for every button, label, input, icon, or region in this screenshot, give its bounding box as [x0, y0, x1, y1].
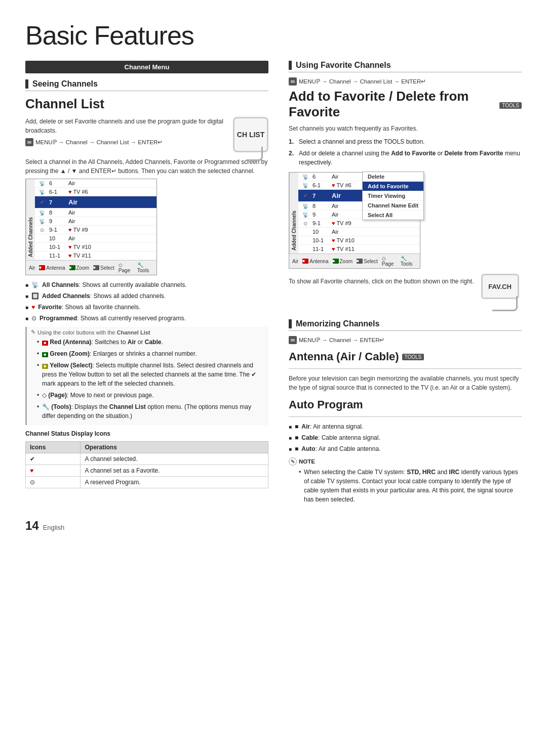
note-box: ✎ NOTE When selecting the Cable TV syste… — [289, 457, 522, 504]
list-item: 2. Add or delete a channel using the Add… — [289, 149, 522, 167]
status-icon-circle: ⊙ — [26, 477, 81, 488]
seeing-channels-header: Seeing Channels — [25, 79, 268, 91]
page-number: 14 — [25, 519, 39, 533]
sidebar-label: Added Channels — [289, 173, 298, 254]
status-icon-check: ✔ — [26, 453, 81, 465]
menu-icon: m — [289, 77, 297, 86]
list-item: ■ Red (Antenna): Switches to Air or Cabl… — [37, 338, 264, 347]
fav-ch-button[interactable]: FAV.CH — [481, 274, 519, 299]
fav-channel-rows: 📡 6 Air 📡 6-1 ♥ TV #6 ✔ 7 — [298, 173, 420, 254]
list-item: 🔧 (Tools): Displays the Channel List opt… — [37, 402, 264, 421]
green-button: ■ — [69, 265, 75, 270]
memorizing-header: Memorizing Channels — [289, 319, 522, 331]
channel-types-list: 📡 All Channels: Shows all currently avai… — [25, 280, 268, 323]
color-buttons-list: ■ Red (Antenna): Switches to Air or Cabl… — [31, 338, 264, 421]
antenna-title: Antenna (Air / Cable) — [289, 350, 399, 363]
table-row: 11-1 ♥ TV #11 — [35, 251, 157, 260]
note-body: When selecting the Cable TV system: STD,… — [289, 468, 522, 504]
add-fav-steps: 1. Select a channel and press the TOOLS … — [289, 137, 522, 167]
table-header-operations: Operations — [81, 442, 268, 453]
select-button: ■ — [93, 265, 99, 270]
add-fav-title: Add to Favorite / Delete from Favorite — [289, 89, 496, 120]
memorizing-section: Memorizing Channels m MENUℙ → Channel → … — [289, 319, 522, 344]
channel-rows: 📡 6 Air 📡 6-1 ♥ TV #6 ✔ 7 Air — [35, 179, 157, 260]
red-button: ■ — [302, 259, 308, 264]
menu-icon: m — [25, 138, 33, 146]
add-fav-intro: Set channels you watch frequently as Fav… — [289, 124, 522, 133]
context-menu: Delete Add to Favorite Timer Viewing Cha… — [362, 172, 424, 220]
list-item: 📡 All Channels: Shows all currently avai… — [25, 280, 268, 289]
table-row: 10-1 ♥ TV #10 — [35, 243, 157, 251]
memorizing-title: Memorizing Channels — [296, 319, 379, 328]
section-bar — [25, 79, 28, 89]
added-channels-icon: 🔲 — [31, 291, 39, 301]
auto-program-rule — [289, 416, 522, 417]
sidebar-label: Added Channels — [26, 179, 35, 260]
row-icon: 📡 — [38, 210, 46, 216]
note-label: ✎ NOTE — [289, 457, 522, 466]
channel-menu-bar: Channel Menu — [25, 61, 268, 73]
screen-footer: Air ■ Antenna ■ Zoom ■ Select ◇ Page 🔧 T… — [26, 260, 157, 275]
list-item: ■ Yellow (Select): Selects multiple chan… — [37, 361, 264, 388]
section-bar — [289, 319, 292, 328]
channel-list-section: Channel List Add, delete or set Favorite… — [25, 96, 268, 275]
note-icon: ✎ — [289, 457, 297, 466]
list-item: ♥ Favorite: Shows all favorite channels. — [25, 303, 268, 312]
table-row: 10 Air — [298, 228, 420, 236]
programmed-icon: ⊙ — [31, 314, 36, 323]
color-buttons-note: ✎ Using the color buttons with the Chann… — [25, 327, 268, 425]
row-icon: 📡 — [38, 189, 46, 195]
table-row: ⊙ A reserved Program. — [26, 477, 268, 488]
channel-screen: Added Channels 📡 6 Air 📡 6-1 ♥ TV #6 — [25, 179, 157, 275]
auto-program-list: ■Air: Air antenna signal. ■Cable: Cable … — [289, 422, 522, 453]
list-item: When selecting the Cable TV system: STD,… — [299, 468, 522, 504]
context-menu-item-name-edit[interactable]: Channel Name Edit — [363, 201, 423, 211]
table-row: ⊙ 9-1 ♥ TV #9 — [35, 226, 157, 234]
yellow-indicator: ■ — [42, 364, 48, 369]
note-bullets: When selecting the Cable TV system: STD,… — [293, 468, 522, 504]
antenna-tools-badge: TOOLS — [402, 354, 424, 360]
auto-program-section: Auto Program ■Air: Air antenna signal. ■… — [289, 398, 522, 504]
fav-screen: Added Channels 📡 6 Air 📡 6-1 ♥ TV #6 — [289, 172, 420, 269]
table-row-highlighted: ✔ 7 Air Delete Add to Favorite Timer Vie… — [298, 190, 420, 202]
pencil-icon: ✎ — [31, 329, 35, 335]
red-indicator: ■ — [42, 341, 48, 346]
antenna-rule — [289, 368, 522, 369]
left-column: Channel Menu Seeing Channels Channel Lis… — [25, 61, 268, 533]
channel-list-title: Channel List — [25, 96, 268, 112]
table-row: 📡 8 Air — [35, 208, 157, 217]
using-fav-title: Using Favorite Channels — [296, 61, 391, 70]
list-item: 1. Select a channel and press the TOOLS … — [289, 137, 522, 146]
memorizing-menu-path: m MENUℙ → Channel → ENTER↵ — [289, 336, 522, 344]
page-title: Basic Features — [25, 20, 522, 51]
table-header-icons: Icons — [26, 442, 81, 453]
channel-status-title: Channel Status Display Icons — [25, 430, 268, 437]
channel-list-menu-path: m MENUℙ → Channel → Channel List → ENTER… — [25, 138, 228, 146]
context-menu-item-delete[interactable]: Delete — [363, 172, 423, 182]
list-item: ⊙ Programmed: Shows all currently reserv… — [25, 314, 268, 323]
channel-list-desc: Add, delete or set Favorite channels and… — [25, 117, 228, 135]
table-row: ✔ A channel selected. — [26, 453, 268, 465]
list-item: ◇ (Page): Move to next or previous page. — [37, 391, 264, 400]
list-item: ■Cable: Cable antenna signal. — [289, 433, 522, 442]
all-channels-icon: 📡 — [31, 280, 39, 289]
antenna-intro: Before your television can begin memoriz… — [289, 374, 522, 392]
favorite-icon: ♥ — [31, 303, 35, 312]
channel-list-desc2: Select a channel in the All Channels, Ad… — [25, 157, 268, 176]
row-icon: 📡 — [38, 219, 46, 224]
status-operation: A channel selected. — [81, 453, 268, 465]
context-menu-item-add-fav[interactable]: Add to Favorite — [363, 182, 423, 191]
tools-badge: TOOLS — [499, 102, 522, 109]
channel-status-section: Channel Status Display Icons Icons Opera… — [25, 430, 268, 488]
chlist-button[interactable]: CH LIST — [233, 117, 268, 152]
table-row: 11-1 ♥ TV #11 — [298, 245, 420, 254]
section-bar — [289, 61, 292, 70]
row-icon: 📡 — [38, 181, 46, 186]
auto-program-title: Auto Program — [289, 398, 522, 411]
context-menu-item-timer[interactable]: Timer Viewing — [363, 191, 423, 201]
context-menu-item-select-all[interactable]: Select All — [363, 211, 423, 220]
right-column: Using Favorite Channels m MENUℙ → Channe… — [289, 61, 522, 533]
list-item: 🔲 Added Channels: Shows all added channe… — [25, 291, 268, 301]
green-indicator: ■ — [42, 352, 48, 357]
status-icon-heart: ♥ — [26, 465, 81, 477]
